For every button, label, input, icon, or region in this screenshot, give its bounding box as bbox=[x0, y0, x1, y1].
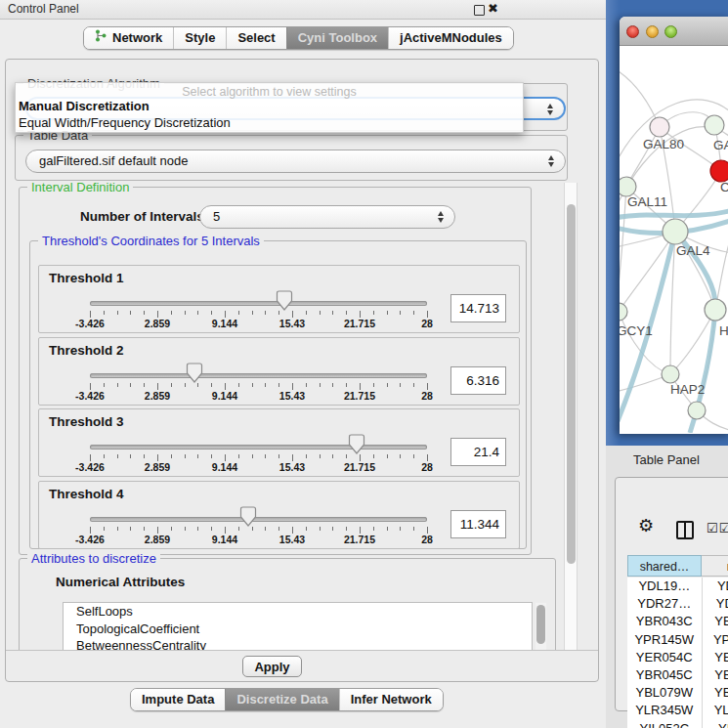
tab-jactivemnodules[interactable]: jActiveMNodules bbox=[388, 27, 513, 49]
threshold-value-field[interactable]: 6.316 bbox=[450, 366, 506, 395]
algorithm-option-manual-discretization[interactable]: Manual Discretization bbox=[19, 99, 150, 113]
cell-shared-name[interactable]: YIL052C bbox=[627, 720, 703, 728]
close-traffic-light[interactable] bbox=[626, 25, 639, 38]
tab-label: jActiveMNodules bbox=[400, 27, 502, 49]
cell-name[interactable]: YER054C bbox=[703, 649, 728, 666]
table-row[interactable]: YLR345WYLR345W bbox=[627, 702, 728, 719]
table-row[interactable]: YIL052CYIL052C bbox=[627, 720, 728, 728]
network-node[interactable] bbox=[705, 115, 724, 135]
cell-name[interactable]: YBR045C bbox=[703, 666, 728, 684]
gear-icon[interactable]: ⚙ bbox=[638, 517, 654, 535]
cell-name[interactable]: YLR345W bbox=[703, 702, 728, 719]
slider-track[interactable] bbox=[90, 373, 427, 378]
slider-track[interactable] bbox=[90, 445, 427, 450]
tab-style[interactable]: Style bbox=[173, 27, 226, 49]
attribute-item-betweennesscentrality[interactable]: BetweennessCentrality bbox=[64, 637, 532, 651]
cell-name[interactable]: YPR145W bbox=[703, 631, 728, 649]
interval-definition-label: Interval Definition bbox=[27, 183, 133, 194]
cell-shared-name[interactable]: YDR27… bbox=[627, 595, 703, 613]
slider-handle[interactable] bbox=[239, 506, 257, 528]
bottom-tab-discretize-data[interactable]: Discretize Data bbox=[225, 689, 338, 710]
network-node[interactable] bbox=[620, 303, 627, 321]
screen: Control Panel ✖ NetworkStyleSelectCyni T… bbox=[0, 0, 728, 728]
cell-shared-name[interactable]: YBR043C bbox=[627, 613, 703, 630]
threshold-value-field[interactable]: 14.713 bbox=[450, 294, 506, 322]
control-panel-titlebar: Control Panel ✖ bbox=[0, 0, 606, 20]
threshold-value-field[interactable]: 11.344 bbox=[450, 510, 506, 538]
cell-name[interactable]: YDL19… bbox=[703, 578, 728, 595]
cell-shared-name[interactable]: YDL19… bbox=[627, 578, 703, 595]
cell-name[interactable]: YDR27… bbox=[703, 595, 728, 613]
slider-track[interactable] bbox=[90, 301, 427, 306]
network-edge-thick[interactable] bbox=[620, 210, 728, 218]
zoom-traffic-light[interactable] bbox=[664, 25, 677, 38]
table-row[interactable]: YDR27…YDR27… bbox=[627, 595, 728, 613]
close-icon[interactable]: ✖ bbox=[488, 1, 498, 16]
float-window-icon[interactable] bbox=[474, 5, 485, 16]
network-edge[interactable] bbox=[620, 187, 626, 312]
attributes-list-scrollbar[interactable] bbox=[535, 603, 546, 651]
algorithm-dropdown-popup: Select algorithm to view settings Manual… bbox=[15, 82, 524, 133]
cell-shared-name[interactable]: YBL079W bbox=[627, 684, 703, 702]
column-header-shared-name[interactable]: shared… bbox=[627, 555, 702, 577]
table-row[interactable]: YDL19…YDL19… bbox=[627, 578, 728, 595]
numerical-attributes-list[interactable]: SelfLoopsTopologicalCoefficientBetweenne… bbox=[63, 602, 533, 651]
network-edge[interactable] bbox=[620, 69, 660, 127]
threshold-label: Threshold 4 bbox=[49, 487, 124, 501]
slider-handle[interactable] bbox=[348, 434, 365, 455]
attribute-item-selfloops[interactable]: SelfLoops bbox=[64, 603, 532, 621]
slider-handle[interactable] bbox=[276, 290, 293, 312]
column-header-name[interactable]: name bbox=[702, 555, 728, 577]
tab-cyni-toolbox[interactable]: Cyni Toolbox bbox=[286, 27, 388, 49]
cell-name[interactable]: YIL052C bbox=[703, 720, 728, 728]
table-row[interactable]: YBL079WYBL079W bbox=[627, 684, 728, 702]
columns-icon[interactable] bbox=[676, 521, 694, 539]
network-node[interactable] bbox=[662, 365, 679, 383]
tab-select[interactable]: Select bbox=[226, 27, 285, 49]
tab-label: Style bbox=[185, 27, 215, 49]
threshold-value-field[interactable]: 21.4 bbox=[450, 438, 506, 466]
network-node[interactable] bbox=[710, 160, 728, 182]
settings-vertical-scrollbar[interactable] bbox=[564, 183, 578, 650]
network-node[interactable] bbox=[620, 177, 636, 196]
table-row[interactable]: YBR045CYBR045C bbox=[627, 666, 728, 684]
minimize-traffic-light[interactable] bbox=[646, 25, 659, 38]
table-row[interactable]: YBR043CYBR043C bbox=[627, 613, 728, 630]
tab-label: Impute Data bbox=[142, 689, 214, 710]
cell-shared-name[interactable]: YBR045C bbox=[627, 666, 703, 684]
network-window-titlebar[interactable] bbox=[620, 17, 728, 46]
attributes-group-label: Attributes to discretize bbox=[27, 551, 160, 566]
network-node[interactable] bbox=[650, 117, 669, 137]
network-node[interactable] bbox=[705, 299, 726, 321]
network-node[interactable] bbox=[663, 219, 688, 244]
table-rows: YDL19…YDL19…YDR27…YDR27…YBR043CYBR043CYP… bbox=[627, 578, 728, 728]
table-row[interactable]: YER054CYER054C bbox=[627, 649, 728, 666]
bottom-tab-impute-data[interactable]: Impute Data bbox=[131, 689, 225, 710]
table-row[interactable]: YPR145WYPR145W bbox=[627, 631, 728, 649]
network-canvas[interactable]: GAL80GALGAL11CGAL4GCY1HHAP2 bbox=[620, 46, 728, 433]
cell-shared-name[interactable]: YER054C bbox=[627, 649, 703, 666]
slider-handle[interactable] bbox=[186, 363, 203, 384]
network-node[interactable] bbox=[688, 402, 706, 419]
numerical-attributes-label: Numerical Attributes bbox=[56, 575, 185, 589]
node-table-container: ⚙ ☑☑ shared… name YDL19…YDL19…YDR27…YDR2… bbox=[615, 477, 728, 711]
scrollbar-thumb[interactable] bbox=[567, 204, 576, 564]
number-of-intervals-label: Number of Intervals bbox=[80, 209, 204, 224]
threshold-row-2: Threshold 2-3.4262.8599.14415.4321.71528… bbox=[38, 337, 520, 406]
table-data-combo[interactable]: galFiltered.sif default node bbox=[25, 150, 566, 173]
apply-button[interactable]: Apply bbox=[242, 656, 302, 677]
cell-name[interactable]: YBL079W bbox=[703, 684, 728, 702]
threshold-row-4: Threshold 4-3.4262.8599.14415.4321.71528… bbox=[38, 481, 520, 549]
attribute-item-topologicalcoefficient[interactable]: TopologicalCoefficient bbox=[64, 621, 532, 638]
tab-label: Discretize Data bbox=[236, 689, 327, 710]
slider-track[interactable] bbox=[90, 517, 427, 522]
cell-name[interactable]: YBR043C bbox=[703, 613, 728, 630]
cell-shared-name[interactable]: YPR145W bbox=[627, 631, 703, 649]
network-node-label: HAP2 bbox=[670, 382, 705, 397]
algorithm-option-equal-width-frequency-discretization[interactable]: Equal Width/Frequency Discretization bbox=[19, 115, 231, 130]
select-columns-checkbox-icons[interactable]: ☑☑ bbox=[707, 521, 728, 535]
bottom-tab-infer-network[interactable]: Infer Network bbox=[339, 689, 443, 710]
cell-shared-name[interactable]: YLR345W bbox=[627, 702, 703, 719]
tab-network[interactable]: Network bbox=[84, 27, 173, 49]
number-of-intervals-combo[interactable]: 5 bbox=[199, 205, 455, 229]
